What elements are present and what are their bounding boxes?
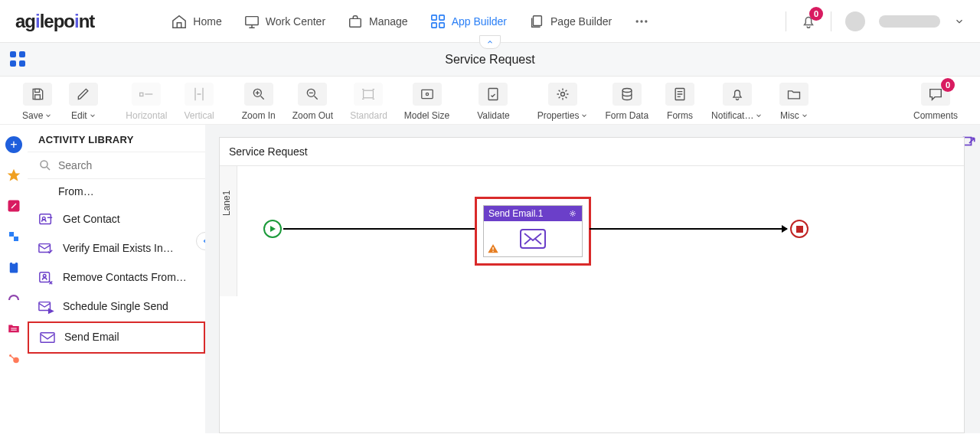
avatar[interactable] [845,11,865,31]
tool-horizontal[interactable]: Horizontal [117,83,175,121]
mail-icon [520,229,546,249]
notifications-button[interactable]: 0 [800,13,817,30]
tool-form-data[interactable]: Form Data [596,83,657,121]
database-icon [619,86,635,102]
bell-icon [730,86,745,102]
library-search[interactable] [28,152,205,179]
rail-add[interactable]: + [5,135,23,154]
svg-point-42 [572,213,574,215]
nav-home[interactable]: Home [171,14,221,29]
puzzle-icon [7,230,21,243]
gear-icon[interactable] [568,209,577,218]
tool-model-size[interactable]: Model Size [396,83,458,121]
logo: agilepoint [15,11,94,32]
svg-rect-22 [489,89,498,100]
library-item-verify-email[interactable]: Verify Email Exists In… [28,234,205,263]
svg-rect-41 [964,138,972,145]
tool-forms[interactable]: Forms [657,83,703,121]
svg-rect-13 [19,60,25,67]
svg-rect-29 [10,263,18,273]
nav-items: Home Work Center Manage App Builder Page… [171,14,650,29]
align-horizontal-icon [139,89,154,100]
nav-app-builder[interactable]: App Builder [430,14,507,29]
tool-properties[interactable]: Properties [529,83,597,121]
tool-vertical[interactable]: Vertical [175,83,222,121]
svg-rect-6 [533,15,541,25]
nav-manage-label: Manage [369,15,408,28]
apps-icon[interactable] [9,51,26,67]
svg-rect-10 [10,51,16,57]
nav-page-builder[interactable]: Page Builder [528,14,612,29]
tool-zoom-out-label: Zoom Out [292,110,333,121]
svg-rect-19 [364,90,374,98]
svg-rect-40 [41,332,54,342]
svg-point-33 [41,161,47,168]
library-item-send-email[interactable]: Send Email [28,321,205,354]
tool-forms-label: Forms [667,110,693,121]
library-item-get-contact[interactable]: Get Contact [28,205,205,234]
chevron-down-icon [89,112,96,119]
svg-rect-20 [421,90,432,98]
warning-icon [487,243,499,255]
rail-folder[interactable] [5,319,23,338]
save-icon [30,86,45,102]
tool-zoom-in-label: Zoom In [242,110,276,121]
svg-point-24 [622,89,632,93]
nav-page-builder-label: Page Builder [550,15,612,28]
library-item-from[interactable]: From… [28,179,205,205]
canvas[interactable]: Service Request Lane1 Send Email.1 [219,137,965,433]
start-node[interactable] [263,220,282,238]
nav-more[interactable] [633,14,650,29]
pencil-icon [76,86,91,102]
tool-notifications[interactable]: Notificat… [703,83,771,121]
tool-misc[interactable]: Misc [771,83,817,121]
divider [786,11,786,31]
nav-work-center[interactable]: Work Center [243,14,325,29]
rail-clipboard[interactable] [5,258,23,276]
rail-activity[interactable] [5,227,23,246]
title-strip: Service Request [0,43,980,77]
rail-favorites[interactable] [5,166,23,184]
collapse-tab[interactable] [479,35,501,49]
chevron-down-icon [755,112,763,119]
remove-contact-icon [37,269,55,286]
user-name[interactable] [879,15,940,28]
tool-save-label: Save [22,110,43,121]
tool-edit[interactable]: Edit [60,83,106,121]
validate-icon [485,86,501,102]
svg-rect-0 [246,16,258,24]
activity-library: ACTIVITY LIBRARY From… Get Contact Verif… [28,125,205,433]
zoom-in-icon [251,86,266,102]
lane-body[interactable]: Send Email.1 [237,166,964,296]
tool-model-size-label: Model Size [404,110,449,121]
connector-2[interactable] [590,228,787,230]
nav-home-label: Home [193,15,221,28]
library-item-schedule-send[interactable]: Schedule Single Send [28,292,205,321]
rail-edit[interactable] [5,197,23,215]
end-node[interactable] [790,220,808,238]
chevron-down-icon[interactable] [954,16,965,27]
star-icon [6,168,21,183]
library-list: From… Get Contact Verify Email Exists In… [28,179,205,433]
activity-send-email[interactable]: Send Email.1 [475,197,591,266]
tool-save[interactable]: Save [14,83,60,121]
rail-hubspot[interactable] [5,350,23,368]
chevron-down-icon [580,112,588,119]
tool-validate[interactable]: Validate [469,83,518,121]
nav-work-center-label: Work Center [266,15,325,28]
connector-1[interactable] [283,228,481,230]
nav-manage[interactable]: Manage [347,14,408,29]
tool-zoom-in[interactable]: Zoom In [234,83,284,121]
library-item-remove-contacts[interactable]: Remove Contacts From… [28,263,205,292]
search-input[interactable] [58,159,194,171]
tool-standard[interactable]: Standard [341,83,396,121]
tool-comments[interactable]: 0 Comments [905,83,966,121]
rail-dashboard[interactable] [5,289,23,307]
canvas-wrap: Service Request Lane1 Send Email.1 [205,125,980,433]
tool-edit-label: Edit [71,110,87,121]
align-vertical-icon [194,86,204,102]
pencil-square-icon [7,199,21,213]
tool-zoom-out[interactable]: Zoom Out [284,83,341,121]
mail-icon [38,329,57,346]
tool-misc-label: Misc [780,110,799,121]
